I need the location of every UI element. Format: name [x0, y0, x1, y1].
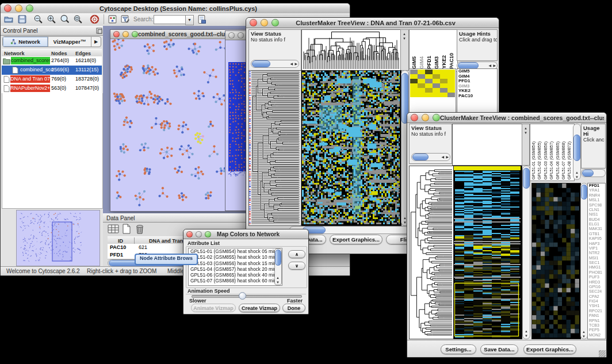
filter-icon[interactable] [120, 14, 130, 24]
gene-label[interactable]: HMG1 [588, 265, 605, 270]
settings-button[interactable]: Settings... [441, 344, 476, 354]
search-input[interactable] [154, 15, 186, 24]
gene-label[interactable]: PEP5 [588, 328, 605, 332]
overview-canvas[interactable] [17, 210, 98, 265]
gene-label[interactable]: NTR2 [588, 251, 605, 255]
help-icon[interactable] [90, 14, 100, 24]
heatmap-global[interactable] [453, 166, 522, 339]
view-status-scrollbar[interactable]: ◀▶ [411, 153, 450, 161]
gene-label[interactable]: TCB3 [588, 323, 605, 328]
gene-label[interactable]: CLN1 [588, 208, 605, 212]
open-session-icon[interactable] [4, 14, 14, 24]
gene-label[interactable]: MAK31 [588, 227, 605, 231]
vizmap-icon[interactable] [108, 14, 117, 24]
gene-label[interactable]: PAN1 [588, 313, 605, 318]
heatmap-global[interactable] [301, 70, 401, 226]
move-down-button[interactable]: ∨ [288, 262, 305, 270]
zoom-fit-icon[interactable] [60, 14, 70, 24]
minimize-button[interactable] [238, 32, 244, 39]
column-dendrogram[interactable] [301, 29, 401, 71]
gene-label[interactable]: MON2 [588, 333, 605, 338]
table-row[interactable]: DNA and Tran 07 769(0) 183728(0) [2, 75, 102, 84]
row-dendrogram[interactable] [248, 70, 301, 226]
zoom-in-icon[interactable] [47, 14, 56, 24]
gene-label[interactable]: ELG1 [588, 222, 605, 227]
attribute-list-item[interactable]: GPL51-04 (GSM857) heat shock 20 min [189, 266, 282, 272]
gene-label[interactable]: BUD4 [588, 217, 605, 222]
zoom-selected-icon[interactable] [73, 14, 83, 24]
save-session-icon[interactable] [17, 14, 27, 24]
column-dendrogram[interactable] [452, 124, 522, 166]
node-attribute-browser-tab[interactable]: Node Attribute Brows [135, 254, 198, 265]
gene-label[interactable]: YSH1 [588, 304, 605, 308]
attribute-list-item[interactable]: GPL51-06 (GSM865) heat shock 40 min [189, 272, 282, 278]
minimize-button[interactable] [261, 19, 268, 26]
close-button[interactable] [186, 231, 193, 237]
delete-attribute-icon[interactable] [135, 224, 145, 233]
gene-label[interactable]: GPI16 [588, 285, 605, 289]
attribute-list-item[interactable]: GPL51-01 (GSM854) heat shock 05 min [189, 248, 282, 254]
close-button[interactable] [250, 19, 257, 26]
resize-grip[interactable] [599, 350, 606, 357]
view-status-scrollbar[interactable]: ◀▶ [251, 60, 299, 68]
animate-vizmap-button[interactable]: Animate Vizmap [191, 304, 236, 312]
gene-label[interactable]: NIS1 [588, 212, 605, 217]
slider-thumb[interactable] [239, 292, 246, 300]
attribute-list-item[interactable]: GPL51-07 (GSM868) heat shock 60 min [189, 278, 282, 283]
zoom-out-icon[interactable] [33, 14, 43, 24]
heatmap-zoom[interactable] [531, 183, 581, 339]
close-button[interactable] [113, 31, 120, 37]
gene-label[interactable]: GTB1 [588, 232, 605, 236]
minimize-button[interactable] [123, 31, 129, 37]
treeview-titlebar[interactable]: ClusterMaker TreeView : DNA and Tran 07-… [246, 18, 499, 28]
heatmap-vscrollbar[interactable]: ▲▼ [522, 166, 530, 339]
minimize-button[interactable] [15, 5, 22, 12]
gene-label[interactable]: MSI1 [588, 256, 605, 260]
table-row[interactable]: combined_scores 2764(0) 16218(0) [2, 56, 102, 66]
gene-label[interactable]: VIP1 [588, 246, 605, 251]
column-labels-scrollbar[interactable]: ▲▼ [573, 124, 581, 180]
gene-label[interactable]: SEC24 [588, 289, 605, 294]
search-dropdown-icon[interactable]: ▼ [185, 15, 194, 25]
tab-vizmapper[interactable]: VizMapper™ [48, 37, 91, 47]
attribute-list-item[interactable]: GPL51-02 (GSM855) heat shock 10 min [189, 254, 282, 260]
minimize-button[interactable] [196, 231, 202, 237]
gene-label[interactable]: YRA1 [588, 188, 605, 193]
network-tree-area[interactable] [2, 93, 103, 209]
main-titlebar[interactable]: Cytoscape Desktop (Session Name: collins… [1, 3, 350, 14]
select-attributes-icon[interactable] [108, 224, 117, 233]
close-button[interactable] [228, 32, 235, 39]
gene-label[interactable]: KAP95 [588, 236, 605, 241]
gene-label[interactable]: FIG4 [588, 299, 605, 304]
gene-label[interactable]: HRD3 [588, 280, 605, 285]
row-dendrogram[interactable] [409, 166, 454, 339]
float-panel-icon[interactable] [96, 28, 102, 35]
tab-overflow-icon[interactable]: ▶ [91, 37, 101, 47]
zoom-button[interactable] [26, 5, 33, 12]
gene-label[interactable]: HAP3 [588, 242, 605, 246]
attribute-list-item[interactable]: GPL51-03 (GSM856) heat shock 15 min [189, 260, 282, 266]
zoom-button[interactable] [433, 114, 440, 121]
attribute-list-scrollbar[interactable]: ▲▼ [274, 248, 282, 285]
export-graphics-button[interactable]: Export Graphics... [330, 235, 382, 244]
tab-network[interactable]: Network [3, 37, 48, 47]
treeview-titlebar[interactable]: ClusterMaker TreeView : combined_scores_… [407, 113, 606, 123]
gene-label[interactable]: PUF3 [588, 275, 605, 279]
zoom-button[interactable] [271, 19, 279, 26]
done-button[interactable]: Done [282, 304, 305, 312]
table-row[interactable]: RNAPuberNov2+ 563(0) 107847(0) [2, 84, 102, 93]
gene-label[interactable]: RNR4 [588, 193, 605, 198]
dialog-titlebar[interactable]: Map Colors to Network [183, 229, 308, 239]
gene-label[interactable]: RPO21 [588, 309, 605, 313]
save-data-button[interactable]: Save Data... [480, 344, 518, 354]
gene-label[interactable]: PHO81 [588, 270, 605, 275]
column-tree-scrollbar[interactable]: ▲▼ [522, 124, 530, 166]
gene-label[interactable]: CPA2 [588, 294, 605, 299]
minimize-button[interactable] [422, 114, 429, 121]
gene-label[interactable]: MSL1 [588, 198, 605, 202]
move-up-button[interactable]: ∧ [288, 250, 305, 258]
new-attribute-icon[interactable] [122, 224, 132, 233]
gene-label[interactable]: PFD1 [588, 183, 605, 188]
usage-hints-scrollbar[interactable] [581, 169, 606, 177]
zoom-button[interactable] [205, 231, 211, 237]
